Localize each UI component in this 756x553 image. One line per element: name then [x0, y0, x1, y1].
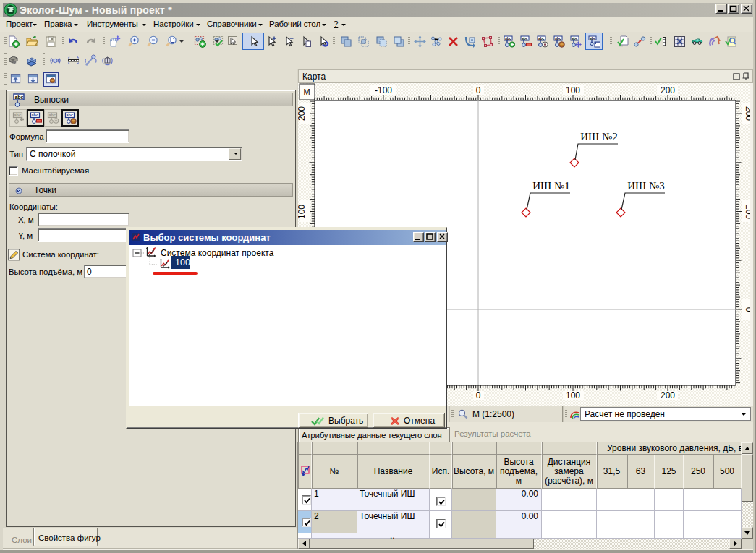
svg-text:0: 0 — [476, 390, 481, 400]
svg-text:ИШ №3: ИШ №3 — [627, 180, 665, 192]
svg-text:abc: abc — [538, 36, 545, 40]
svg-text:abc: abc — [505, 36, 511, 40]
svg-text:100: 100 — [566, 390, 580, 400]
svg-text:abc: abc — [590, 35, 596, 40]
svg-text:200: 200 — [298, 106, 307, 121]
svg-text:М: М — [303, 87, 310, 96]
svg-text:-100: -100 — [375, 85, 392, 95]
svg-text:0: 0 — [476, 85, 481, 95]
svg-text:abc: abc — [66, 113, 72, 117]
svg-text:200: 200 — [661, 85, 675, 95]
svg-text:abc: abc — [522, 36, 528, 40]
svg-text:abc: abc — [14, 95, 23, 100]
svg-text:abc: abc — [555, 36, 561, 40]
svg-text:abc: abc — [48, 113, 55, 117]
svg-text:abc: abc — [14, 113, 20, 117]
svg-text:200: 200 — [661, 390, 675, 400]
svg-text:100: 100 — [298, 205, 307, 219]
svg-text:100: 100 — [566, 85, 580, 95]
svg-text:ИШ №2: ИШ №2 — [580, 131, 618, 142]
svg-text:ИШ №1: ИШ №1 — [532, 180, 570, 192]
svg-text:abc: abc — [572, 36, 578, 40]
svg-text:abc: abc — [31, 113, 38, 117]
